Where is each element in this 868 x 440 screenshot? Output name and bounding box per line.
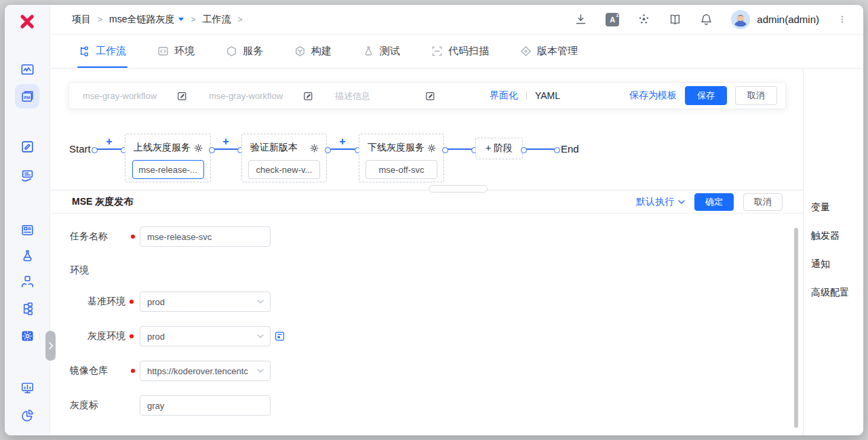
edit-doc-icon <box>20 140 35 154</box>
workflow-config-sidebar: 变量 触发器 通知 高级配置 <box>803 68 864 436</box>
left-sidebar: PM <box>5 5 50 436</box>
sidebar-item-insight[interactable] <box>15 376 39 400</box>
task-name-label: 任务名称 <box>70 231 108 243</box>
config-tab-variables[interactable]: 变量 <box>811 201 830 214</box>
chevron-down-icon <box>257 300 264 304</box>
config-tab-triggers[interactable]: 触发器 <box>811 230 840 242</box>
gear-box-icon <box>20 329 35 343</box>
sidebar-item-resources[interactable] <box>15 296 39 321</box>
sidebar-item-releases[interactable] <box>15 269 39 294</box>
dashboard-icon <box>20 62 35 77</box>
sidebar-item-dashboard[interactable] <box>15 57 39 81</box>
user-menu[interactable]: admin(admin) <box>731 10 819 29</box>
sidebar-item-projects[interactable]: PM <box>15 84 39 108</box>
gray-tag-row: 灰度标 <box>50 395 803 416</box>
workflow-editor: 界面化 YAML 保存为模板 保存 取消 Start + 上线灰度服务 ms <box>50 68 803 436</box>
app-logo[interactable] <box>17 12 37 31</box>
tab-workflows[interactable]: 工作流 <box>79 35 126 68</box>
kebab-menu-icon[interactable] <box>837 13 847 26</box>
tab-version-management[interactable]: 版本管理 <box>520 35 578 68</box>
env-detail-icon[interactable] <box>275 332 285 342</box>
tab-code-scan[interactable]: 代码扫描 <box>431 35 489 68</box>
service-icon <box>226 45 237 57</box>
insight-monitor-icon <box>20 381 35 395</box>
tab-tests[interactable]: 测试 <box>363 35 400 68</box>
chevron-down-icon <box>257 369 264 373</box>
delivery-icon <box>20 169 35 183</box>
template-icon <box>20 223 35 237</box>
stage-name: 上线灰度服务 <box>134 142 191 154</box>
sidebar-collapse-handle[interactable] <box>45 331 56 361</box>
add-stage-before-3-button[interactable]: + <box>337 136 348 147</box>
tab-builds[interactable]: 构建 <box>294 35 332 68</box>
stage-settings-gear-icon[interactable] <box>427 143 437 153</box>
panel-actions: 默认执行 确定 取消 <box>636 193 783 211</box>
breadcrumb-projects[interactable]: 项目 <box>72 14 91 26</box>
username: admin(admin) <box>757 14 819 25</box>
tab-environments[interactable]: 环境 <box>157 35 195 68</box>
stage-settings-gear-icon[interactable] <box>309 143 319 153</box>
required-dot <box>130 334 134 338</box>
apps-cluster-icon[interactable] <box>637 13 650 26</box>
sidebar-item-delivery[interactable] <box>15 163 39 188</box>
gray-env-label: 灰度环境 <box>87 330 125 342</box>
language-translate-icon[interactable]: Az <box>606 13 619 26</box>
chevron-down-icon <box>257 334 264 338</box>
base-env-select[interactable]: prod <box>140 292 271 312</box>
gray-env-row: 灰度环境 prod <box>50 325 803 347</box>
tab-services[interactable]: 服务 <box>226 35 263 68</box>
stage-offline-gray-service[interactable]: 下线灰度服务 mse-off-svc <box>359 134 444 182</box>
canvas-horizontal-scrollbar[interactable] <box>429 185 488 193</box>
exec-mode-dropdown[interactable]: 默认执行 <box>636 196 685 208</box>
add-stage-button[interactable]: + 阶段 <box>475 138 523 159</box>
job-check-new-version[interactable]: check-new-v... <box>248 160 320 179</box>
stage-verify-new-version[interactable]: 验证新版本 check-new-v... <box>241 134 327 182</box>
stage-release-gray-service[interactable]: 上线灰度服务 mse-release-... <box>125 134 211 182</box>
base-env-label: 基准环境 <box>87 296 125 308</box>
zadig-x-logo-icon <box>18 14 36 30</box>
panel-title: MSE 灰度发布 <box>72 196 133 208</box>
svg-text:PM: PM <box>24 95 30 100</box>
panel-cancel-button[interactable]: 取消 <box>743 193 783 211</box>
image-repo-select[interactable]: https://koderover.tencentc <box>140 361 271 381</box>
add-stage-before-1-button[interactable]: + <box>104 136 115 147</box>
canvas-end-label: End <box>561 143 579 155</box>
chevron-right-icon <box>48 342 54 350</box>
confirm-button[interactable]: 确定 <box>694 193 734 211</box>
panel-vertical-scrollbar[interactable] <box>794 228 798 428</box>
avatar <box>731 10 750 29</box>
tree-icon <box>20 302 35 316</box>
gray-tag-input[interactable] <box>140 395 271 416</box>
sidebar-item-settings[interactable] <box>15 323 39 348</box>
breadcrumb-project-name[interactable]: mse全链路灰度 <box>109 14 184 26</box>
code-scan-icon <box>431 45 443 57</box>
config-tab-notifications[interactable]: 通知 <box>811 258 830 271</box>
sidebar-item-workflows[interactable] <box>15 134 39 159</box>
job-mse-off-svc[interactable]: mse-off-svc <box>366 160 437 179</box>
task-name-input[interactable] <box>140 226 271 247</box>
top-bar-actions: Az <box>574 10 847 29</box>
connector-line <box>523 148 558 150</box>
project-pm-icon: PM <box>20 89 35 104</box>
pie-chart-icon <box>20 408 35 422</box>
add-stage-before-2-button[interactable]: + <box>220 136 231 147</box>
docs-book-icon[interactable] <box>669 13 682 26</box>
workflow-icon <box>79 45 90 57</box>
sidebar-item-tests[interactable] <box>15 243 39 268</box>
connector-line <box>94 148 125 150</box>
breadcrumb-workflow[interactable]: 工作流 <box>202 14 231 26</box>
job-mse-release[interactable]: mse-release-... <box>132 160 204 179</box>
required-dot <box>131 369 135 373</box>
sidebar-item-statistics[interactable] <box>15 403 39 427</box>
top-bar: 项目 > mse全链路灰度 > 工作流 > Az <box>50 5 864 35</box>
stage-name: 下线灰度服务 <box>368 142 425 154</box>
canvas-start-label: Start <box>69 143 91 155</box>
config-tab-advanced[interactable]: 高级配置 <box>811 287 849 299</box>
download-icon[interactable] <box>574 13 587 26</box>
sidebar-item-templates[interactable] <box>15 218 39 242</box>
env-section-row: 环境 <box>50 260 803 281</box>
environment-icon <box>157 45 169 57</box>
stage-settings-gear-icon[interactable] <box>193 143 203 153</box>
gray-env-select[interactable]: prod <box>140 326 271 346</box>
notification-bell-icon[interactable] <box>700 13 713 26</box>
